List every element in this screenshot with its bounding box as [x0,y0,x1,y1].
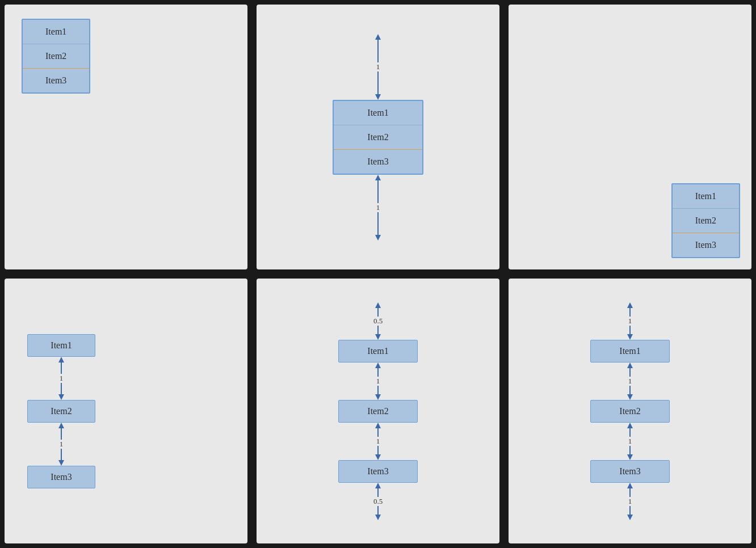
sep-item-p5-2: Item2 [338,400,418,423]
top-arrow-down [372,71,384,100]
arrow-up-1 [56,357,67,374]
outer-arrow-down-top [372,326,384,340]
bottom-arrow-label: 1 [376,203,380,212]
list-box-1: Item1 Item2 Item3 [22,19,90,94]
svg-marker-25 [375,423,381,428]
panel-6-layout: 1 Item1 1 Item2 1 [590,302,670,520]
svg-marker-43 [627,454,633,460]
list-box-2: Item1 Item2 Item3 [333,100,423,175]
list-item: Item2 [673,209,739,233]
p6-outer-bottom-label: 1 [628,497,632,506]
p6-outer-arrow-up-bottom [624,483,636,497]
bottom-arrow-down [372,212,384,241]
p6-inner-arrow-up-2 [624,423,636,437]
svg-marker-37 [627,362,633,368]
panel-6: 1 Item1 1 Item2 1 [509,279,751,543]
inner-label-1: 1 [376,377,380,386]
panel-5: 0.5 Item1 1 Item2 1 [257,279,499,543]
sep-item-1: Item1 [27,334,95,357]
list-item: Item1 [673,184,739,209]
p6-inner-arrow-up-1 [624,362,636,377]
arrow-down-1 [56,383,67,400]
svg-marker-21 [375,362,381,368]
panel-3: Item1 Item2 Item3 [509,5,751,269]
panel-4-layout: Item1 1 Item2 1 Item3 [27,334,95,488]
inner-arrow-down-1 [372,386,384,400]
arrow-down-2 [56,449,67,466]
panel-1: Item1 Item2 Item3 [5,5,247,269]
p6-outer-top-label: 1 [628,317,632,326]
p6-inner-arrow-1: 1 [624,362,636,400]
sep-item-3: Item3 [27,466,95,488]
top-arrow-label: 1 [376,62,380,71]
arrow-up-2 [56,423,67,440]
panel-2-layout: 1 Item1 Item2 Item3 1 [333,34,423,241]
svg-marker-1 [375,34,381,40]
bottom-arrow-group: 1 [372,175,384,241]
p6-outer-bottom: 1 [624,483,636,520]
list-item: Item1 [23,20,89,44]
svg-marker-45 [627,483,633,488]
svg-marker-29 [375,483,381,488]
p6-inner-arrow-down-1 [624,386,636,400]
svg-marker-13 [58,423,64,428]
outer-bottom-arrow: 0.5 [372,483,384,520]
outer-arrow-up [372,302,384,317]
sep-item-p5-1: Item1 [338,340,418,362]
svg-marker-15 [58,460,64,466]
p6-inner-arrow-down-2 [624,446,636,460]
inner-arrow-1: 1 [372,362,384,400]
svg-marker-17 [375,302,381,308]
p6-outer-arrow-down-top [624,326,636,340]
outer-arrow-up-bottom [372,483,384,497]
list-item: Item3 [673,233,739,257]
svg-marker-11 [58,394,64,400]
svg-marker-39 [627,394,633,400]
panel-5-layout: 0.5 Item1 1 Item2 1 [338,302,418,520]
inner-arrow-up-2 [372,423,384,437]
list-box-3: Item1 Item2 Item3 [671,183,740,258]
svg-marker-47 [627,515,633,520]
p6-outer-arrow-down-bottom [624,506,636,520]
outer-top-arrow: 0.5 [372,302,384,340]
svg-marker-9 [58,357,64,362]
svg-marker-5 [375,175,381,180]
arrow-group-1: 1 [56,357,67,400]
svg-marker-33 [627,302,633,308]
p6-inner-label-2: 1 [628,437,632,446]
top-arrow-group: 1 [372,34,384,100]
inner-label-2: 1 [376,437,380,446]
svg-marker-3 [375,94,381,100]
list-item: Item2 [334,125,422,150]
inner-arrow-down-2 [372,446,384,460]
svg-marker-23 [375,394,381,400]
p6-inner-arrow-2: 1 [624,423,636,460]
list-item: Item1 [334,101,422,125]
p6-outer-arrow-up [624,302,636,317]
inner-arrow-2: 1 [372,423,384,460]
svg-marker-19 [375,334,381,340]
sep-item-p6-3: Item3 [590,460,670,483]
list-item: Item2 [23,44,89,69]
sep-item-p6-1: Item1 [590,340,670,362]
svg-marker-27 [375,454,381,460]
panel-2: 1 Item1 Item2 Item3 1 [257,5,499,269]
top-arrow-up [372,34,384,62]
arrow-label-2: 1 [60,440,64,449]
arrow-label-1: 1 [60,374,64,383]
svg-marker-41 [627,423,633,428]
bottom-arrow-up [372,175,384,203]
svg-marker-35 [627,334,633,340]
sep-item-2: Item2 [27,400,95,423]
panel-4: Item1 1 Item2 1 Item3 [5,279,247,543]
outer-bottom-label: 0.5 [373,497,383,506]
sep-item-p6-2: Item2 [590,400,670,423]
sep-item-p5-3: Item3 [338,460,418,483]
list-item: Item3 [334,150,422,174]
inner-arrow-up-1 [372,362,384,377]
p6-outer-top: 1 [624,302,636,340]
outer-arrow-down-bottom [372,506,384,520]
arrow-group-2: 1 [56,423,67,466]
outer-top-label: 0.5 [373,317,383,326]
svg-marker-31 [375,515,381,520]
